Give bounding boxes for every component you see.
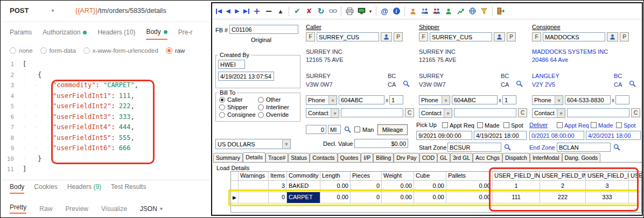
tab-prerequest[interactable]: Pre-r [178, 28, 193, 40]
col-warnings[interactable]: Warnings [239, 172, 269, 181]
created-timestamp-input[interactable]: 4/19/2021 13:07:54 [218, 72, 274, 81]
shipper-c-button[interactable]: C [518, 108, 527, 117]
tab-details[interactable]: Details [243, 152, 265, 163]
last-record-icon[interactable]: ▶ [242, 6, 250, 17]
caller-zone-lookup-icon[interactable] [402, 80, 410, 88]
cell-items[interactable]: 3 [269, 181, 287, 192]
tab-response-body[interactable]: Body [10, 183, 24, 194]
tab-ip[interactable]: I/P [361, 153, 373, 162]
tab-intermodal[interactable]: InterModal [530, 153, 562, 162]
col-length[interactable]: Length [320, 172, 351, 181]
shipper-contact-input[interactable] [454, 108, 516, 117]
cell-commodity-selected[interactable]: CARPET [287, 192, 320, 203]
customers-icon[interactable] [419, 6, 430, 17]
deliver-from-input[interactable]: 0/2021 08:00:00 [529, 131, 584, 140]
cell-cube[interactable]: 0.00 [414, 192, 446, 203]
cell-user-field-int3[interactable]: 3 [586, 181, 629, 192]
consignee-ext-input[interactable] [615, 95, 629, 104]
trend-up-icon[interactable] [455, 6, 466, 17]
cell-pieces[interactable]: 0 [351, 192, 382, 203]
deliver-to-input[interactable]: 4/20/2021 18:00 [586, 131, 641, 140]
tab-params[interactable]: Params [10, 28, 32, 40]
caller-customer-button[interactable] [381, 32, 392, 41]
next-record-icon[interactable]: ▶ [233, 6, 241, 17]
contacts-icon[interactable] [431, 6, 442, 17]
deliver-spot-checkbox[interactable] [616, 122, 622, 128]
email-icon[interactable]: @ [379, 6, 390, 17]
post-edit-icon[interactable]: ✔ [292, 6, 303, 17]
view-raw[interactable]: Raw [39, 205, 52, 213]
consignee-phone-input[interactable]: 604-533-8830 [565, 95, 611, 104]
view-visualize[interactable]: Visualize [101, 205, 127, 213]
mode-raw[interactable]: raw [166, 47, 185, 54]
caller-phone-input[interactable]: 604ABC [339, 95, 384, 104]
tab-summary[interactable]: Summary [213, 153, 243, 162]
col-user-field-int2[interactable]: USER_FIELD_INT [540, 172, 586, 181]
shipper-contact-type-select[interactable]: Contact [419, 108, 452, 118]
terminal-icon[interactable] [356, 6, 367, 17]
tab-gl[interactable]: GL [437, 153, 450, 162]
cell-warnings[interactable] [239, 192, 269, 203]
body-editor[interactable]: 1[ 2{ 3"commodity": "CARPET", 4"userFiel… [1, 59, 210, 180]
tab-headers[interactable]: Headers (10) [97, 28, 135, 40]
cell-user-field-int3[interactable]: 333 [586, 192, 629, 203]
pickup-spot-checkbox[interactable] [503, 122, 509, 128]
tab-billing[interactable]: Billing [373, 153, 394, 162]
filter-icon[interactable] [479, 6, 489, 17]
cell-weight[interactable]: 0.00 [382, 181, 414, 192]
tab-acc-chgs[interactable]: Acc Chgs [473, 153, 502, 162]
view-preview[interactable]: Preview [65, 205, 88, 213]
shipper-phone-input[interactable]: 604ABC [452, 95, 498, 104]
tab-contacts[interactable]: Contacts [310, 153, 337, 162]
caller-ext-input[interactable]: 1 [389, 95, 403, 104]
end-zone-input[interactable]: BCLAN [557, 143, 611, 152]
billto-shipper-radio[interactable]: Shipper [219, 104, 248, 110]
cell-length[interactable]: 0.00 [320, 192, 351, 203]
caller-phone-type-select[interactable]: Phone [306, 95, 337, 105]
tab-drv-pay[interactable]: Drv Pay [394, 153, 419, 162]
cell-warnings[interactable] [239, 181, 269, 192]
consignee-p-button[interactable]: P [620, 32, 629, 41]
tab-authorization[interactable]: Authorization [43, 28, 87, 40]
deliver-made-checkbox[interactable] [591, 122, 597, 128]
billto-other-radio[interactable]: Other [258, 96, 281, 103]
mode-none[interactable]: none [10, 47, 33, 54]
deliver-appt-req-checkbox[interactable] [557, 122, 563, 128]
cell-items[interactable]: 0 [269, 192, 287, 203]
consignee-phone-type-select[interactable]: Phone [532, 95, 563, 105]
distance-unit-input[interactable]: MI [328, 125, 341, 134]
shipper-f-button[interactable]: F [419, 32, 428, 41]
pickup-from-input[interactable]: 9/2021 09:00:00 [416, 131, 472, 140]
consignee-f-button[interactable]: F [532, 32, 541, 41]
caller-code-input[interactable]: SURREY_CUS [317, 32, 379, 41]
caller-p-button[interactable]: P [394, 32, 403, 41]
mileage-lookup-icon[interactable] [343, 125, 352, 133]
col-user-field-int3[interactable]: USER_FIELD_INT [586, 172, 629, 181]
col-user-field-int1[interactable]: USER_FIELD_INT [493, 172, 540, 181]
consignee-customer-button[interactable] [607, 32, 618, 41]
cancel-edit-icon[interactable]: ✘ [304, 6, 314, 17]
tab-body[interactable]: Body [146, 28, 167, 40]
cell-pallets[interactable]: 0.00 [446, 192, 493, 203]
first-record-icon[interactable]: ◀ [215, 6, 223, 17]
view-pretty[interactable]: Pretty [10, 203, 26, 214]
caller-f-button[interactable]: F [306, 32, 315, 41]
request-url-input[interactable]: {{ART}}/tm/orders/5835/details [75, 7, 166, 15]
web-icon[interactable] [467, 6, 478, 17]
cell-user-field-int2[interactable]: 2 [540, 181, 586, 192]
cell-commodity[interactable]: BAKED [287, 181, 320, 192]
col-pieces[interactable]: Pieces [351, 172, 382, 181]
shipper-p-button[interactable]: P [507, 32, 516, 41]
terminal-dropdown-icon[interactable]: ▾ [368, 6, 373, 17]
driver-icon[interactable] [443, 6, 454, 17]
tab-cod[interactable]: COD [419, 153, 437, 162]
shipper-phone-type-select[interactable]: Phone [419, 95, 450, 105]
shipper-customer-button[interactable] [494, 32, 505, 41]
pickup-appt-req-checkbox[interactable] [442, 122, 448, 128]
cell-pieces[interactable]: 0 [351, 181, 382, 192]
tab-cookies[interactable]: Cookies [34, 183, 57, 193]
shipper-code-input[interactable]: SURREY_CUS [430, 32, 492, 41]
col-cube[interactable]: Cube [414, 172, 446, 181]
pickup-made-checkbox[interactable] [477, 122, 483, 128]
language-select[interactable]: JSON [140, 205, 163, 213]
